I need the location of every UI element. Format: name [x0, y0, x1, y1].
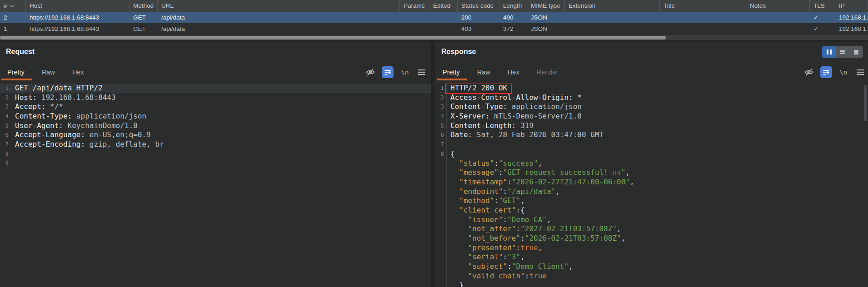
cell-host: https://192.168.1.68:8443	[26, 23, 130, 35]
editor-line: "endpoint":"/api/data",	[435, 187, 868, 197]
editor-line: "subject":"Demo Client",	[435, 262, 868, 272]
editor-line: 4X-Server: mTLS-Demo-Server/1.0	[435, 112, 868, 121]
request-panel: Request PrettyRawHex	[0, 42, 431, 287]
column-header-status-code[interactable]: Status code	[458, 0, 499, 12]
tab-raw[interactable]: Raw	[477, 69, 490, 76]
layout-single-button[interactable]	[849, 46, 863, 58]
column-header-ip[interactable]: IP	[835, 0, 868, 12]
line-number: 2	[0, 93, 9, 103]
tab-pretty[interactable]: Pretty	[7, 69, 25, 76]
cell-length: 372	[499, 23, 527, 35]
cell-col: 1	[0, 23, 26, 35]
response-vertical-scrollbar-thumb[interactable]	[864, 85, 867, 121]
cell-mime-type: JSON	[527, 23, 565, 35]
request-panel-title: Request	[6, 48, 35, 56]
line-number: 3	[0, 102, 9, 112]
newline-chars-toggle[interactable]: \n	[399, 66, 410, 78]
response-editor[interactable]: 1HTTP/2 200 OK2Access-Control-Allow-Orig…	[435, 84, 868, 287]
cell-edited	[429, 12, 458, 23]
editor-line: 7	[435, 140, 868, 149]
line-number	[435, 224, 444, 234]
cell-status-code: 200	[458, 12, 499, 23]
line-number: 4	[435, 112, 444, 121]
editor-menu-icon[interactable]	[855, 66, 866, 78]
tab-pretty[interactable]: Pretty	[443, 69, 460, 76]
line-number	[435, 272, 444, 281]
columns-layout-icon	[826, 48, 832, 56]
eye-slash-icon[interactable]	[803, 66, 814, 78]
tab-hex[interactable]: Hex	[508, 69, 519, 76]
column-header-url[interactable]: URL	[158, 0, 400, 12]
line-number: 7	[435, 140, 444, 149]
newline-chars-toggle[interactable]: \n	[838, 66, 849, 78]
line-number	[435, 159, 444, 168]
column-header-title[interactable]: Title	[660, 0, 746, 12]
line-number: 2	[435, 93, 444, 103]
line-number	[435, 234, 444, 243]
single-layout-icon	[854, 50, 858, 54]
cell-col: 2	[0, 12, 26, 23]
column-header-edited[interactable]: Edited	[429, 0, 458, 12]
response-editor-toolbar: \n	[803, 66, 866, 78]
line-number: 6	[435, 130, 444, 140]
cell-url: /api/data	[158, 12, 400, 23]
line-number	[435, 187, 444, 197]
editor-line: }	[435, 281, 868, 287]
editor-line: 2Host: 192.168.1.68:8443	[0, 93, 431, 103]
editor-layout-segmented-control	[822, 46, 863, 58]
editor-menu-icon[interactable]	[416, 66, 427, 78]
editor-line: "method":"GET",	[435, 196, 868, 206]
editor-line: "not_after":"2027-02-21T03:57:08Z",	[435, 224, 868, 234]
layout-columns-button[interactable]	[822, 46, 836, 58]
cell-length: 490	[499, 12, 527, 23]
column-header-notes[interactable]: Notes	[746, 0, 810, 12]
word-wrap-toggle[interactable]	[820, 66, 832, 78]
layout-rows-button[interactable]	[836, 46, 849, 58]
line-number	[435, 252, 444, 262]
message-editor-panels: Request PrettyRawHex	[0, 42, 868, 287]
table-row[interactable]: 2https://192.168.1.68:8443GET/api/data20…	[0, 12, 868, 23]
rows-layout-icon	[840, 49, 845, 55]
status-line-annotation-box	[445, 84, 512, 94]
column-header-extension[interactable]: Extension	[565, 0, 660, 12]
tab-render[interactable]: Render	[537, 69, 559, 76]
cell-mime-type: JSON	[527, 12, 565, 23]
column-header-params[interactable]: Params	[400, 0, 429, 12]
cell-notes	[746, 23, 810, 35]
response-tabbar: PrettyRawHexRender	[435, 65, 868, 82]
editor-line: 3Content-Type: application/json	[435, 102, 868, 112]
editor-line: "status":"success",	[435, 159, 868, 168]
editor-line: 9	[0, 159, 431, 168]
eye-slash-icon[interactable]	[365, 66, 376, 78]
line-number: 8	[0, 149, 9, 159]
cell-ip: 192.168.1.68	[835, 23, 868, 35]
cell-edited	[429, 23, 458, 35]
word-wrap-toggle[interactable]	[382, 66, 394, 78]
table-row[interactable]: 1https://192.168.1.68:8443GET/api/data40…	[0, 23, 868, 35]
cell-notes	[746, 12, 810, 23]
editor-line: "message":"GET request successful! ▯▯",	[435, 168, 868, 178]
response-panel: Response PrettyRawHexRender	[435, 42, 868, 287]
cell-params	[400, 23, 429, 35]
response-editor-lines: 1HTTP/2 200 OK2Access-Control-Allow-Orig…	[435, 84, 868, 287]
cell-title	[660, 23, 746, 35]
column-header-host[interactable]: Host	[26, 0, 130, 12]
editor-line: 2Access-Control-Allow-Origin: *	[435, 93, 868, 103]
line-number: 6	[0, 130, 9, 140]
line-number: 5	[0, 121, 9, 131]
column-header-tls[interactable]: TLS	[810, 0, 835, 12]
tab-hex[interactable]: Hex	[72, 69, 84, 76]
table-horizontal-scrollbar-thumb[interactable]	[0, 36, 666, 40]
editor-line: 7Accept-Encoding: gzip, deflate, br	[0, 140, 431, 149]
column-header-mime-type[interactable]: MIME type	[527, 0, 565, 12]
editor-line: 3Accept: */*	[0, 102, 431, 112]
tab-raw[interactable]: Raw	[42, 69, 55, 76]
panel-splitter[interactable]	[431, 42, 435, 287]
cell-params	[400, 12, 429, 23]
editor-line: 6Date: Sat, 28 Feb 2026 03:47:00 GMT	[435, 130, 868, 140]
column-header-method[interactable]: Method	[130, 0, 158, 12]
table-horizontal-scrollbar[interactable]	[0, 35, 868, 40]
request-editor[interactable]: 1GET /api/data HTTP/22Host: 192.168.1.68…	[0, 84, 431, 287]
column-header-col[interactable]: #	[0, 0, 26, 12]
column-header-length[interactable]: Length	[499, 0, 527, 12]
